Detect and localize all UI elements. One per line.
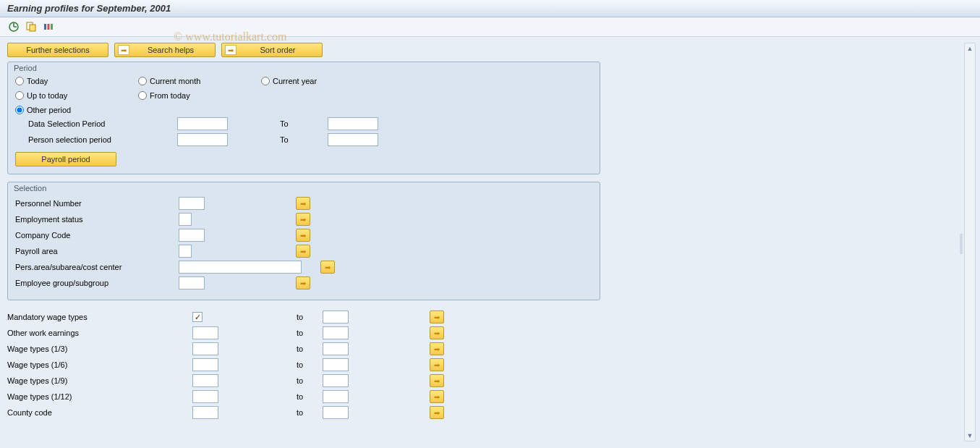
top-button-row: Further selections ➡ Search helps ➡ Sort… [7,43,960,57]
person-selection-from-input[interactable] [177,133,228,146]
multiple-selection-button[interactable]: ➡ [430,358,444,371]
selection-input[interactable] [179,245,192,258]
selection-input[interactable] [179,213,192,226]
selection-row-label: Payroll area [15,247,174,255]
radio-from-today-label: From today [150,91,190,100]
table-settings-icon[interactable] [42,20,55,33]
payroll-period-label: Payroll period [41,155,90,164]
scroll-hint-icon [960,234,963,254]
multiple-selection-button[interactable]: ➡ [296,213,310,226]
multiple-selection-button[interactable]: ➡ [430,326,444,339]
to-label: to [297,345,318,353]
radio-current-month[interactable]: Current month [138,77,261,85]
app-toolbar [0,17,980,37]
to-label: to [297,408,318,417]
radio-current-month-label: Current month [150,77,200,85]
wage-type-label: County code [7,408,188,417]
radio-today-input[interactable] [15,77,24,85]
radio-up-to-today[interactable]: Up to today [15,91,138,100]
multiple-selection-button[interactable]: ➡ [320,261,335,274]
search-helps-button[interactable]: ➡ Search helps [114,43,216,57]
scroll-down-icon[interactable]: ▼ [966,432,973,439]
wage-to-input[interactable] [323,374,349,387]
wage-type-label: Wage types (1/6) [7,360,188,369]
selection-input[interactable] [179,261,302,274]
further-selections-button[interactable]: Further selections [7,43,108,57]
data-selection-to-input[interactable] [328,117,378,130]
selection-row: Employee group/subgroup➡ [15,276,592,289]
multiple-selection-button[interactable]: ➡ [430,406,444,419]
multiple-selection-button[interactable]: ➡ [430,374,444,387]
payroll-period-button[interactable]: Payroll period [15,152,116,166]
radio-from-today-input[interactable] [138,91,147,100]
wage-from-input[interactable] [192,342,218,355]
period-radio-grid: Today Current month Current year Up to t… [15,77,592,117]
wage-from-input[interactable] [192,374,218,387]
multiple-selection-button[interactable]: ➡ [296,197,310,210]
multiple-selection-button[interactable]: ➡ [296,245,310,258]
vertical-scrollbar[interactable]: ▲ ▼ [964,43,976,441]
data-selection-from-input[interactable] [177,117,228,130]
execute-icon[interactable] [7,20,20,33]
radio-up-to-today-input[interactable] [15,91,24,100]
period-group-title: Period [8,62,600,72]
selection-row: Payroll area➡ [15,245,592,258]
selection-row-label: Pers.area/subarea/cost center [15,263,174,271]
radio-current-year-label: Current year [273,77,317,85]
svg-rect-4 [30,25,35,31]
to-label: To [280,119,323,128]
radio-current-month-input[interactable] [138,77,147,85]
selection-input[interactable] [179,197,205,210]
wage-to-input[interactable] [323,326,349,339]
radio-current-year-input[interactable] [261,77,270,85]
radio-current-year[interactable]: Current year [261,77,384,85]
radio-other-period-input[interactable] [15,106,24,114]
svg-rect-5 [44,24,46,30]
wage-from-input[interactable] [192,326,218,339]
wage-to-input[interactable] [323,342,349,355]
to-label: to [297,360,318,369]
arrow-right-icon: ➡ [118,45,129,55]
wage-type-row: County codeto➡ [7,406,600,419]
to-label: to [297,392,318,401]
wage-from-input[interactable] [192,390,218,403]
multiple-selection-button[interactable]: ➡ [430,342,444,355]
wage-to-input[interactable] [323,310,349,324]
selection-input[interactable] [179,229,205,242]
selection-row: Personnel Number➡ [15,197,592,210]
radio-other-period[interactable]: Other period [15,106,138,114]
wage-to-input[interactable] [323,406,349,419]
wage-type-label: Other work earnings [7,329,188,337]
to-label: to [297,376,318,385]
radio-from-today[interactable]: From today [138,91,261,100]
person-selection-to-input[interactable] [328,133,378,146]
selection-input[interactable] [179,276,205,289]
data-selection-period-label: Data Selection Period [28,119,173,128]
wage-type-row: Other work earningsto➡ [7,326,600,339]
wage-type-row: Wage types (1/9)to➡ [7,374,600,387]
arrow-right-icon: ➡ [225,45,237,55]
sort-order-button[interactable]: ➡ Sort order [221,43,323,57]
page-title-bar: Earning profiles for September, 2001 [0,0,980,17]
wage-from-input[interactable] [192,406,218,419]
radio-today[interactable]: Today [15,77,138,85]
selection-row-label: Employment status [15,215,174,224]
wage-type-label: Wage types (1/9) [7,376,188,385]
multiple-selection-button[interactable]: ➡ [430,390,444,403]
get-variant-icon[interactable] [25,20,38,33]
wage-type-label: Mandatory wage types [7,313,188,321]
scroll-up-icon[interactable]: ▲ [966,45,973,52]
wage-from-input[interactable] [192,358,218,371]
body-area: Further selections ➡ Search helps ➡ Sort… [0,37,980,447]
multiple-selection-button[interactable]: ➡ [296,229,310,242]
further-selections-label: Further selections [26,46,89,54]
multiple-selection-button[interactable]: ➡ [430,310,444,324]
svg-rect-6 [48,24,50,30]
wage-type-row: Wage types (1/6)to➡ [7,358,600,371]
wage-to-input[interactable] [323,390,349,403]
wage-to-input[interactable] [323,358,349,371]
radio-today-label: Today [27,77,48,85]
multiple-selection-button[interactable]: ➡ [296,276,310,289]
mandatory-checkbox[interactable]: ✓ [192,312,203,322]
svg-rect-7 [51,24,53,30]
